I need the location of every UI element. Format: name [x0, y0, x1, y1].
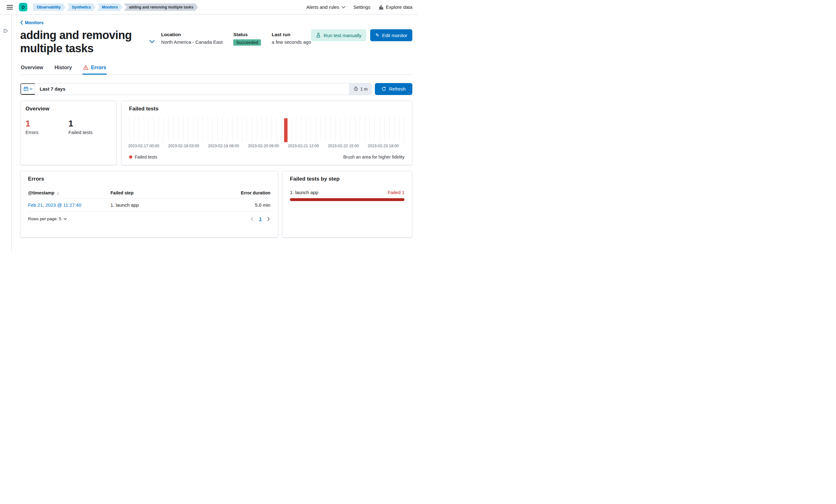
rows-per-page-button[interactable]: Rows per page: 5	[28, 216, 67, 221]
failed-tests-count-label: Failed tests	[69, 130, 112, 135]
error-duration-cell: 5.0 min	[229, 202, 270, 208]
chevron-down-icon	[30, 88, 33, 90]
breadcrumb-monitors[interactable]: Monitors	[97, 3, 123, 11]
breadcrumb-observability[interactable]: Observability	[33, 3, 65, 11]
next-page-icon[interactable]	[267, 216, 270, 221]
refresh-interval-control[interactable]: 1 m	[349, 83, 372, 95]
errors-table-header: @timestamp ↓ Failed step Error duration	[28, 190, 270, 198]
monitor-tabs: Overview History Errors	[20, 65, 412, 75]
back-link-label: Monitors	[25, 20, 43, 25]
expand-sidebar-icon[interactable]	[2, 27, 10, 35]
status-badge: Succeeded	[233, 39, 261, 46]
overview-card-title: Overview	[25, 106, 111, 112]
alerts-and-rules-menu[interactable]: Alerts and rules	[306, 4, 345, 10]
space-avatar[interactable]: D	[19, 3, 27, 11]
errors-card: Errors @timestamp ↓ Failed step Error du…	[20, 171, 278, 237]
tab-errors[interactable]: Errors	[82, 65, 107, 75]
date-quick-select-button[interactable]	[20, 83, 35, 95]
edit-monitor-label: Edit monitor	[382, 33, 407, 38]
top-navigation-bar: D Observability Synthetics Monitors addi…	[0, 0, 418, 15]
step-failed-count: Failed 1	[388, 190, 404, 195]
x-tick: 2023-02-22 15:00	[328, 144, 359, 148]
errors-card-title: Errors	[28, 176, 270, 182]
errors-count-block: 1 Errors	[25, 119, 69, 135]
rows-per-page-label: Rows per page: 5	[28, 216, 61, 221]
title-chevron-down-icon[interactable]	[149, 40, 155, 44]
timer-icon	[354, 86, 358, 91]
date-range-display[interactable]: Last 7 days	[35, 86, 349, 92]
x-tick: 2023-02-20 09:00	[248, 144, 279, 148]
warning-triangle-icon	[83, 65, 89, 70]
beaker-icon	[316, 33, 321, 38]
last-run-block: Last run a few seconds ago	[272, 32, 311, 46]
pencil-icon: ✎	[375, 33, 379, 38]
sort-desc-icon[interactable]: ↓	[57, 190, 59, 195]
refresh-label: Refresh	[389, 86, 406, 92]
main-content: Monitors adding and removing multiple ta…	[12, 15, 418, 252]
location-value: North America - Canada East	[161, 39, 223, 45]
monitor-meta: Location North America - Canada East Sta…	[161, 32, 311, 46]
tab-errors-label: Errors	[91, 65, 106, 71]
pagination: 1	[250, 216, 270, 221]
failed-tests-count-value: 1	[69, 119, 112, 129]
chevron-left-icon	[20, 20, 23, 25]
hamburger-menu-icon[interactable]	[4, 2, 15, 13]
status-label: Status	[233, 32, 261, 37]
legend-label: Failed tests	[135, 154, 157, 159]
column-failed-step: Failed step	[111, 190, 229, 195]
x-tick: 2023-02-23 18:00	[368, 144, 399, 148]
refresh-button[interactable]: Refresh	[375, 83, 412, 95]
run-test-manually-label: Run test manually	[324, 33, 361, 38]
status-block: Status Succeeded	[233, 32, 261, 46]
tab-history-label: History	[54, 65, 72, 71]
legend-dot-icon	[129, 155, 132, 159]
failed-tests-by-step-card: Failed tests by step 1. launch app Faile…	[282, 171, 412, 237]
x-tick: 2023-02-17 00:00	[128, 144, 159, 148]
failed-tests-bar	[284, 118, 288, 142]
alerts-and-rules-label: Alerts and rules	[306, 4, 339, 10]
chevron-down-icon	[342, 6, 345, 8]
calendar-icon	[24, 86, 28, 91]
failed-step-cell: 1. launch app	[111, 202, 229, 208]
settings-link[interactable]: Settings	[354, 4, 370, 10]
errors-count-label: Errors	[25, 130, 69, 135]
failed-tests-card-title: Failed tests	[129, 106, 404, 112]
explore-data-label: Explore data	[386, 4, 412, 10]
tab-history[interactable]: History	[54, 65, 72, 75]
page-title: adding and removing multiple tasks	[20, 28, 146, 55]
previous-page-icon[interactable]	[250, 216, 254, 221]
bar-chart-icon	[379, 5, 384, 10]
column-error-duration: Error duration	[229, 190, 270, 195]
tab-overview[interactable]: Overview	[20, 65, 44, 75]
breadcrumb-synthetics[interactable]: Synthetics	[67, 3, 96, 11]
last-run-value: a few seconds ago	[272, 39, 311, 45]
x-axis-tick-labels: 2023-02-17 00:00 2023-02-18 03:00 2023-0…	[129, 144, 404, 149]
run-test-manually-button[interactable]: Run test manually	[311, 29, 366, 41]
failed-by-step-title: Failed tests by step	[290, 176, 404, 182]
settings-label: Settings	[354, 4, 370, 10]
failed-tests-card: Failed tests 2023-02-17 00:00 2023-02-18…	[121, 101, 412, 165]
error-timestamp-link[interactable]: Feb 21, 2023 @ 11:27:40	[28, 202, 111, 208]
chevron-down-icon	[63, 218, 67, 220]
last-run-label: Last run	[272, 32, 311, 37]
failed-tests-count-block: 1 Failed tests	[69, 119, 112, 135]
page-number-1[interactable]: 1	[259, 216, 262, 221]
column-timestamp[interactable]: @timestamp ↓	[28, 190, 111, 195]
collapsed-sidebar	[0, 15, 12, 252]
x-tick: 2023-02-21 12:00	[288, 144, 319, 148]
breadcrumb-current-page: adding and removing multiple tasks	[124, 3, 198, 11]
brush-hint-text: Brush an area for higher fidelity	[343, 154, 404, 159]
back-to-monitors-link[interactable]: Monitors	[20, 20, 43, 25]
errors-count-value: 1	[25, 119, 69, 129]
overview-card: Overview 1 Errors 1 Failed tests	[20, 101, 117, 165]
breadcrumb: Observability Synthetics Monitors adding…	[33, 3, 198, 11]
refresh-icon	[381, 86, 386, 91]
step-label: 1. launch app	[290, 190, 318, 195]
location-label: Location	[161, 32, 223, 37]
table-row: Feb 21, 2023 @ 11:27:40 1. launch app 5.…	[28, 198, 270, 211]
explore-data-link[interactable]: Explore data	[379, 4, 412, 10]
tab-overview-label: Overview	[21, 65, 43, 71]
x-tick: 2023-02-18 03:00	[168, 144, 199, 148]
failed-tests-chart[interactable]	[129, 117, 404, 142]
edit-monitor-button[interactable]: ✎ Edit monitor	[370, 29, 412, 41]
